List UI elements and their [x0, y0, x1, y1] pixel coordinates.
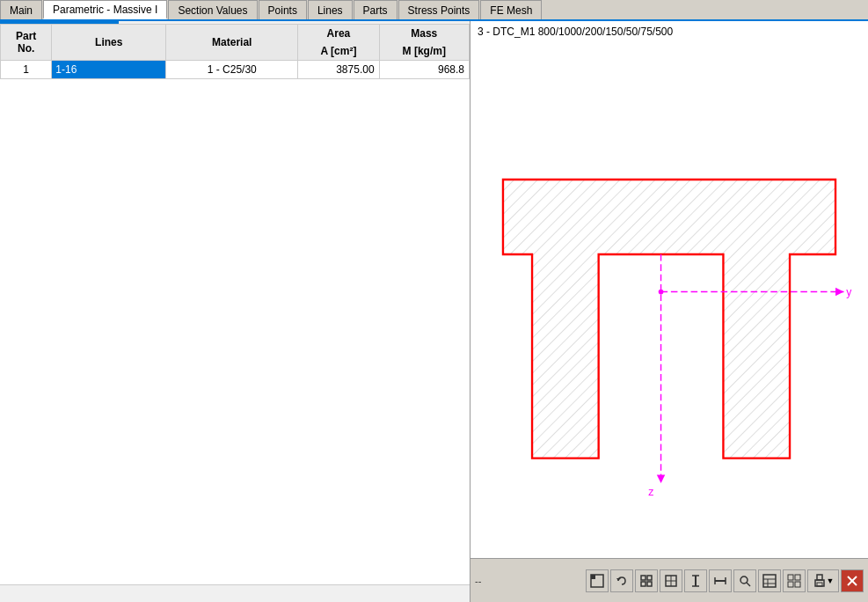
- col-header-part-no: PartNo.: [1, 25, 52, 61]
- cell-area: 3875.00: [298, 61, 379, 79]
- col-header-material: Material: [166, 25, 298, 61]
- svg-rect-33: [795, 582, 800, 587]
- cell-mass: 968.8: [379, 61, 469, 79]
- svg-rect-12: [647, 576, 652, 580]
- bottom-bar: --: [470, 558, 868, 602]
- svg-point-7: [659, 290, 664, 295]
- print-button[interactable]: ▼: [807, 569, 839, 592]
- tab-points[interactable]: Points: [259, 0, 307, 19]
- right-panel: 3 - DTC_M1 800/1000/200/150/50/75/500: [470, 21, 868, 602]
- svg-rect-26: [763, 575, 776, 587]
- svg-text:y: y: [846, 286, 852, 298]
- col-header-mass-label: Mass: [379, 25, 469, 43]
- tab-section-values[interactable]: Section Values: [168, 0, 257, 19]
- grid-view-button[interactable]: [635, 569, 658, 592]
- svg-text:z: z: [648, 486, 653, 498]
- cell-lines: 1-16: [52, 61, 166, 79]
- svg-marker-5: [835, 288, 843, 296]
- status-text: --: [475, 576, 481, 586]
- svg-rect-13: [641, 582, 646, 586]
- select-rect-tool-button[interactable]: [586, 569, 609, 592]
- canvas-area[interactable]: z y: [470, 42, 868, 558]
- col-header-area-unit: A [cm²]: [298, 42, 379, 61]
- tab-lines[interactable]: Lines: [308, 0, 353, 19]
- canvas-title: 3 - DTC_M1 800/1000/200/150/50/75/500: [470, 21, 868, 42]
- svg-rect-9: [591, 575, 595, 579]
- cell-material: 1 - C25/30: [166, 61, 298, 79]
- svg-rect-14: [647, 582, 652, 586]
- axis-i-button[interactable]: [684, 569, 707, 592]
- tab-stress-points[interactable]: Stress Points: [398, 0, 480, 19]
- cross-section-svg: z y: [470, 42, 868, 558]
- left-panel: PartNo. Lines Material Area Mass A [cm²]…: [0, 21, 470, 602]
- axis-ii-button[interactable]: [709, 569, 732, 592]
- zoom-button[interactable]: [733, 569, 756, 592]
- grid-button[interactable]: [783, 569, 806, 592]
- svg-rect-31: [795, 575, 800, 580]
- table-view-button[interactable]: [758, 569, 781, 592]
- tab-main[interactable]: Main: [0, 0, 42, 19]
- table-container: PartNo. Lines Material Area Mass A [cm²]…: [0, 24, 470, 584]
- cell-part-no: 1: [1, 61, 52, 79]
- svg-marker-2: [657, 474, 665, 482]
- main-content: PartNo. Lines Material Area Mass A [cm²]…: [0, 21, 868, 602]
- parts-table: PartNo. Lines Material Area Mass A [cm²]…: [0, 24, 470, 79]
- svg-rect-32: [788, 582, 793, 587]
- svg-rect-30: [788, 575, 793, 580]
- cross-section-button[interactable]: [660, 569, 682, 592]
- col-header-area-label: Area: [298, 25, 379, 43]
- svg-line-25: [747, 583, 750, 586]
- svg-point-24: [740, 576, 748, 584]
- tab-fe-mesh[interactable]: FE Mesh: [480, 0, 542, 19]
- table-row: 1 1-16 1 - C25/30 3875.00 968.8: [1, 61, 470, 79]
- undo-button[interactable]: [610, 569, 633, 592]
- svg-rect-35: [817, 575, 822, 580]
- tab-bar: Main Parametric - Massive I Section Valu…: [0, 0, 868, 21]
- tab-parts[interactable]: Parts: [354, 0, 398, 19]
- left-bottom-status: [0, 584, 470, 602]
- col-header-mass-unit: M [kg/m]: [379, 42, 469, 61]
- close-button[interactable]: [841, 569, 864, 592]
- tab-parametric[interactable]: Parametric - Massive I: [43, 0, 167, 19]
- col-header-lines: Lines: [52, 25, 166, 61]
- svg-rect-11: [641, 576, 646, 580]
- toolbar-buttons: ▼: [586, 569, 864, 592]
